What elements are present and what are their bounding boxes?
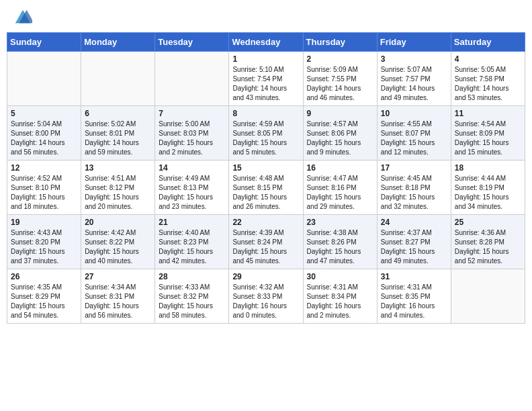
day-number: 7 bbox=[159, 109, 225, 118]
day-number: 19 bbox=[11, 218, 77, 227]
day-info: Sunrise: 4:47 AMSunset: 8:16 PMDaylight:… bbox=[307, 174, 373, 212]
day-info: Sunrise: 4:42 AMSunset: 8:22 PMDaylight:… bbox=[85, 228, 151, 266]
calendar-cell: 15Sunrise: 4:48 AMSunset: 8:15 PMDayligh… bbox=[229, 161, 303, 215]
day-number: 31 bbox=[381, 272, 447, 281]
day-number: 6 bbox=[85, 109, 151, 118]
calendar-cell: 8Sunrise: 4:59 AMSunset: 8:05 PMDaylight… bbox=[229, 106, 303, 161]
day-number: 21 bbox=[159, 218, 225, 227]
day-number: 15 bbox=[232, 163, 299, 173]
weekday-header: Tuesday bbox=[155, 33, 229, 52]
day-number: 17 bbox=[381, 163, 447, 173]
day-info: Sunrise: 4:37 AMSunset: 8:27 PMDaylight:… bbox=[381, 228, 447, 266]
calendar-cell: 28Sunrise: 4:33 AMSunset: 8:32 PMDayligh… bbox=[155, 269, 229, 324]
day-number: 22 bbox=[232, 218, 299, 227]
day-info: Sunrise: 5:00 AMSunset: 8:03 PMDaylight:… bbox=[159, 120, 225, 157]
day-number: 18 bbox=[455, 163, 521, 173]
calendar-cell: 6Sunrise: 5:02 AMSunset: 8:01 PMDaylight… bbox=[81, 106, 155, 161]
day-number: 27 bbox=[85, 272, 151, 281]
day-info: Sunrise: 4:43 AMSunset: 8:20 PMDaylight:… bbox=[11, 228, 77, 266]
day-info: Sunrise: 5:09 AMSunset: 7:55 PMDaylight:… bbox=[307, 65, 373, 103]
weekday-header: Friday bbox=[377, 33, 451, 52]
day-number: 9 bbox=[307, 109, 373, 118]
calendar-cell: 13Sunrise: 4:51 AMSunset: 8:12 PMDayligh… bbox=[81, 161, 155, 215]
calendar-cell: 20Sunrise: 4:42 AMSunset: 8:22 PMDayligh… bbox=[81, 215, 155, 269]
weekday-header: Thursday bbox=[303, 33, 377, 52]
calendar-cell: 3Sunrise: 5:07 AMSunset: 7:57 PMDaylight… bbox=[377, 52, 451, 106]
day-info: Sunrise: 4:51 AMSunset: 8:12 PMDaylight:… bbox=[85, 174, 151, 212]
calendar-cell: 1Sunrise: 5:10 AMSunset: 7:54 PMDaylight… bbox=[229, 52, 303, 106]
day-info: Sunrise: 4:32 AMSunset: 8:33 PMDaylight:… bbox=[232, 283, 299, 320]
day-info: Sunrise: 4:36 AMSunset: 8:28 PMDaylight:… bbox=[455, 228, 521, 266]
calendar-cell: 14Sunrise: 4:49 AMSunset: 8:13 PMDayligh… bbox=[155, 161, 229, 215]
day-number: 8 bbox=[232, 109, 299, 118]
day-info: Sunrise: 4:57 AMSunset: 8:06 PMDaylight:… bbox=[307, 120, 373, 157]
calendar-cell: 30Sunrise: 4:31 AMSunset: 8:34 PMDayligh… bbox=[303, 269, 377, 324]
calendar-cell bbox=[7, 52, 81, 106]
day-info: Sunrise: 4:31 AMSunset: 8:35 PMDaylight:… bbox=[381, 283, 447, 320]
day-number: 2 bbox=[307, 54, 373, 64]
day-info: Sunrise: 4:33 AMSunset: 8:32 PMDaylight:… bbox=[159, 283, 225, 320]
calendar-cell: 26Sunrise: 4:35 AMSunset: 8:29 PMDayligh… bbox=[7, 269, 81, 324]
calendar-cell bbox=[81, 52, 155, 106]
day-number: 3 bbox=[381, 54, 447, 64]
day-number: 10 bbox=[381, 109, 447, 118]
day-number: 29 bbox=[232, 272, 299, 281]
day-info: Sunrise: 4:48 AMSunset: 8:15 PMDaylight:… bbox=[232, 174, 299, 212]
calendar-cell: 17Sunrise: 4:45 AMSunset: 8:18 PMDayligh… bbox=[377, 161, 451, 215]
day-info: Sunrise: 4:34 AMSunset: 8:31 PMDaylight:… bbox=[85, 283, 151, 320]
calendar-cell: 23Sunrise: 4:38 AMSunset: 8:26 PMDayligh… bbox=[303, 215, 377, 269]
day-info: Sunrise: 5:02 AMSunset: 8:01 PMDaylight:… bbox=[85, 120, 151, 157]
calendar-cell: 16Sunrise: 4:47 AMSunset: 8:16 PMDayligh… bbox=[303, 161, 377, 215]
day-info: Sunrise: 4:35 AMSunset: 8:29 PMDaylight:… bbox=[11, 283, 77, 320]
calendar-header: SundayMondayTuesdayWednesdayThursdayFrid… bbox=[7, 33, 525, 52]
day-number: 5 bbox=[11, 109, 77, 118]
day-info: Sunrise: 4:52 AMSunset: 8:10 PMDaylight:… bbox=[11, 174, 77, 212]
calendar-cell: 5Sunrise: 5:04 AMSunset: 8:00 PMDaylight… bbox=[7, 106, 81, 161]
calendar-cell: 12Sunrise: 4:52 AMSunset: 8:10 PMDayligh… bbox=[7, 161, 81, 215]
day-number: 12 bbox=[11, 163, 77, 173]
day-info: Sunrise: 5:07 AMSunset: 7:57 PMDaylight:… bbox=[381, 65, 447, 103]
logo bbox=[13, 8, 35, 27]
day-number: 23 bbox=[307, 218, 373, 227]
day-number: 1 bbox=[232, 54, 299, 64]
weekday-header: Monday bbox=[81, 33, 155, 52]
calendar-cell: 11Sunrise: 4:54 AMSunset: 8:09 PMDayligh… bbox=[451, 106, 525, 161]
calendar-wrapper: SundayMondayTuesdayWednesdayThursdayFrid… bbox=[0, 32, 532, 330]
day-info: Sunrise: 4:40 AMSunset: 8:23 PMDaylight:… bbox=[159, 228, 225, 266]
day-info: Sunrise: 4:45 AMSunset: 8:18 PMDaylight:… bbox=[381, 174, 447, 212]
weekday-header: Wednesday bbox=[229, 33, 303, 52]
weekday-header: Saturday bbox=[451, 33, 525, 52]
calendar-cell: 27Sunrise: 4:34 AMSunset: 8:31 PMDayligh… bbox=[81, 269, 155, 324]
calendar-cell: 21Sunrise: 4:40 AMSunset: 8:23 PMDayligh… bbox=[155, 215, 229, 269]
calendar-cell bbox=[155, 52, 229, 106]
day-info: Sunrise: 5:05 AMSunset: 7:58 PMDaylight:… bbox=[455, 65, 521, 103]
calendar-cell: 29Sunrise: 4:32 AMSunset: 8:33 PMDayligh… bbox=[229, 269, 303, 324]
day-number: 30 bbox=[307, 272, 373, 281]
calendar-cell: 19Sunrise: 4:43 AMSunset: 8:20 PMDayligh… bbox=[7, 215, 81, 269]
calendar-cell: 9Sunrise: 4:57 AMSunset: 8:06 PMDaylight… bbox=[303, 106, 377, 161]
day-info: Sunrise: 4:49 AMSunset: 8:13 PMDaylight:… bbox=[159, 174, 225, 212]
day-number: 20 bbox=[85, 218, 151, 227]
calendar-table: SundayMondayTuesdayWednesdayThursdayFrid… bbox=[7, 32, 525, 324]
day-number: 14 bbox=[159, 163, 225, 173]
day-info: Sunrise: 5:04 AMSunset: 8:00 PMDaylight:… bbox=[11, 120, 77, 157]
day-number: 28 bbox=[159, 272, 225, 281]
day-info: Sunrise: 4:31 AMSunset: 8:34 PMDaylight:… bbox=[307, 283, 373, 320]
day-number: 13 bbox=[85, 163, 151, 173]
page-header bbox=[0, 0, 532, 32]
day-info: Sunrise: 4:38 AMSunset: 8:26 PMDaylight:… bbox=[307, 228, 373, 266]
calendar-cell: 7Sunrise: 5:00 AMSunset: 8:03 PMDaylight… bbox=[155, 106, 229, 161]
calendar-cell bbox=[451, 269, 525, 324]
calendar-cell: 22Sunrise: 4:39 AMSunset: 8:24 PMDayligh… bbox=[229, 215, 303, 269]
day-number: 16 bbox=[307, 163, 373, 173]
day-info: Sunrise: 4:54 AMSunset: 8:09 PMDaylight:… bbox=[455, 120, 521, 157]
calendar-cell: 18Sunrise: 4:44 AMSunset: 8:19 PMDayligh… bbox=[451, 161, 525, 215]
day-number: 11 bbox=[455, 109, 521, 118]
calendar-cell: 25Sunrise: 4:36 AMSunset: 8:28 PMDayligh… bbox=[451, 215, 525, 269]
calendar-cell: 2Sunrise: 5:09 AMSunset: 7:55 PMDaylight… bbox=[303, 52, 377, 106]
weekday-header: Sunday bbox=[7, 33, 81, 52]
calendar-cell: 31Sunrise: 4:31 AMSunset: 8:35 PMDayligh… bbox=[377, 269, 451, 324]
calendar-cell: 4Sunrise: 5:05 AMSunset: 7:58 PMDaylight… bbox=[451, 52, 525, 106]
day-info: Sunrise: 4:55 AMSunset: 8:07 PMDaylight:… bbox=[381, 120, 447, 157]
day-number: 26 bbox=[11, 272, 77, 281]
